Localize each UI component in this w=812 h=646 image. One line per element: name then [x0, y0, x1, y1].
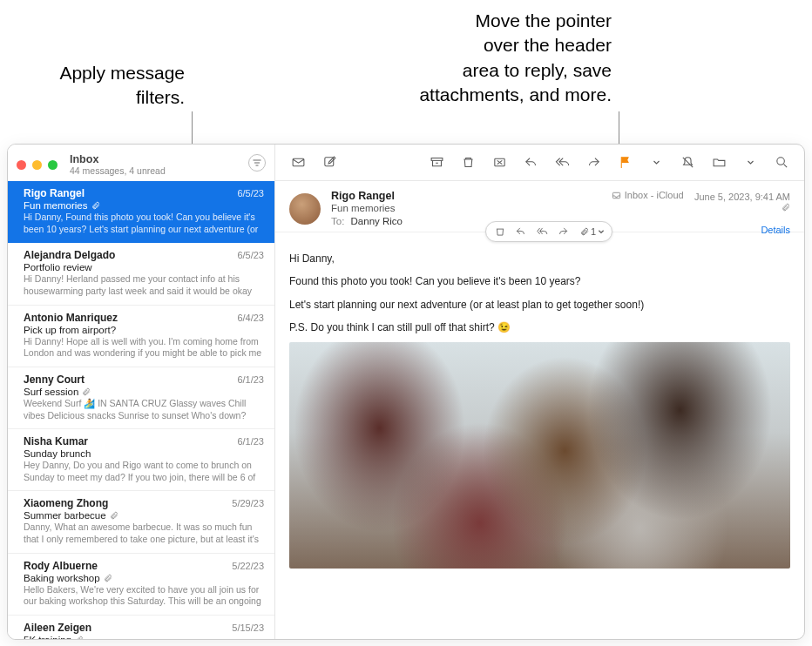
header-hover-actions: 1: [485, 221, 612, 242]
message-date: 5/29/23: [232, 498, 264, 508]
compose-button[interactable]: [315, 151, 343, 174]
message-preview: Danny, What an awesome barbecue. It was …: [24, 522, 264, 545]
message-list-item[interactable]: Xiaomeng Zhong5/29/23Summer barbecueDann…: [8, 491, 274, 553]
message-sender: Xiaomeng Zhong: [24, 497, 108, 509]
body-line: Found this photo you took! Can you belie…: [289, 273, 790, 290]
hover-attachments[interactable]: 1: [577, 226, 605, 237]
reader-pane: Rigo Rangel Fun memories To: Danny Rico …: [275, 145, 804, 639]
svg-rect-5: [431, 158, 443, 161]
reply-all-button[interactable]: [548, 151, 576, 174]
folder-icon: [712, 155, 727, 170]
message-subject: 5K training: [24, 635, 264, 639]
message-sender: Antonio Manriquez: [24, 312, 118, 324]
message-list-item[interactable]: Jenny Court6/1/23Surf sessionWeekend Sur…: [8, 367, 274, 429]
flag-button[interactable]: [611, 151, 639, 174]
attached-photo[interactable]: [289, 342, 790, 569]
search-icon: [775, 155, 789, 170]
inbox-icon: [612, 191, 621, 200]
message-date: 5/22/23: [232, 561, 264, 571]
message-date: 6/5/23: [237, 250, 264, 260]
message-list-item[interactable]: Rigo Rangel6/5/23Fun memoriesHi Danny, F…: [8, 181, 274, 243]
junk-button[interactable]: [485, 151, 513, 174]
get-mail-button[interactable]: [284, 151, 312, 174]
close-window-button[interactable]: [17, 160, 26, 170]
message-sender: Rody Albuerne: [24, 560, 98, 572]
message-list[interactable]: Rigo Rangel6/5/23Fun memoriesHi Danny, F…: [8, 181, 274, 639]
svg-rect-3: [293, 158, 304, 166]
search-button[interactable]: [768, 151, 795, 174]
paperclip-icon: [82, 387, 91, 396]
message-date: 5/15/23: [232, 622, 264, 633]
message-preview: Hi Danny! Hope all is well with you. I'm…: [24, 336, 264, 360]
hover-forward[interactable]: [556, 225, 570, 239]
body-line: Let's start planning our next adventure …: [289, 296, 790, 313]
hover-delete[interactable]: [493, 225, 507, 239]
hover-reply[interactable]: [514, 225, 528, 239]
junk-icon: [492, 155, 507, 170]
header-right: Inbox - iCloud June 5, 2023, 9:41 AM Det…: [612, 190, 790, 235]
reply-icon: [515, 225, 527, 238]
message-list-item[interactable]: Aileen Zeigen5/15/235K trainingHey Danny…: [8, 616, 274, 639]
sidebar-header: Inbox 44 messages, 4 unread: [8, 145, 274, 181]
hover-reply-all[interactable]: [535, 225, 549, 239]
message-sender: Nisha Kumar: [24, 435, 88, 447]
move-button[interactable]: [705, 151, 733, 174]
envelope-icon: [291, 155, 306, 170]
mailbox-title: Inbox: [70, 153, 166, 165]
paperclip-icon: [782, 203, 790, 212]
message-list-item[interactable]: Rody Albuerne5/22/23Baking workshopHello…: [8, 554, 274, 616]
mute-button[interactable]: [673, 151, 701, 174]
message-sender: Rigo Rangel: [24, 187, 85, 199]
reply-button[interactable]: [517, 151, 545, 174]
message-sender: Alejandra Delgado: [24, 249, 115, 261]
message-preview: Hi Danny, Found this photo you took! Can…: [24, 212, 264, 235]
archive-button[interactable]: [423, 151, 450, 174]
message-date: 6/5/23: [237, 188, 264, 199]
message-body: Hi Danny, Found this photo you took! Can…: [275, 232, 804, 577]
message-subject: Pick up from airport?: [24, 325, 264, 335]
forward-icon: [586, 155, 601, 170]
message-preview: Hello Bakers, We're very excited to have…: [24, 584, 264, 608]
annotation-filters: Apply message filters.: [28, 61, 185, 111]
message-header: Rigo Rangel Fun memories To: Danny Rico …: [275, 181, 804, 232]
compose-icon: [322, 155, 337, 170]
message-list-item[interactable]: Antonio Manriquez6/4/23Pick up from airp…: [8, 306, 274, 367]
message-sender: Jenny Court: [24, 373, 85, 386]
chevron-down-icon: [747, 158, 754, 166]
message-list-item[interactable]: Alejandra Delgado6/5/23Portfolio reviewH…: [8, 243, 274, 305]
move-dropdown[interactable]: [736, 151, 764, 174]
paperclip-icon: [75, 636, 84, 639]
forward-icon: [557, 225, 569, 238]
sender-avatar[interactable]: [289, 193, 321, 225]
body-line: P.S. Do you think I can still pull off t…: [289, 319, 790, 336]
message-subject: Sunday brunch: [24, 448, 264, 459]
message-preview: Weekend Surf 🏄 IN SANTA CRUZ Glassy wave…: [24, 398, 264, 421]
header-location: Inbox - iCloud: [625, 190, 684, 200]
message-date: 6/4/23: [237, 313, 264, 323]
paperclip-icon: [91, 201, 100, 210]
paperclip-icon: [104, 574, 112, 582]
paperclip-icon: [580, 227, 589, 236]
archive-icon: [430, 155, 444, 170]
chevron-down-icon: [598, 228, 605, 235]
reply-icon: [524, 155, 538, 170]
zoom-window-button[interactable]: [48, 160, 58, 170]
chevron-down-icon: [653, 158, 660, 166]
minimize-window-button[interactable]: [32, 160, 42, 170]
message-preview: Hey Danny, Do you and Rigo want to come …: [24, 460, 264, 483]
window-controls: [17, 160, 58, 170]
message-list-pane: Inbox 44 messages, 4 unread Rigo Rangel6…: [8, 145, 275, 639]
message-filter-button[interactable]: [248, 154, 266, 172]
flag-dropdown[interactable]: [642, 151, 670, 174]
delete-button[interactable]: [454, 151, 482, 174]
annotation-header-hover: Move the pointer over the header area to…: [333, 9, 612, 107]
message-subject: Summer barbecue: [24, 510, 264, 521]
message-list-item[interactable]: Nisha Kumar6/1/23Sunday brunchHey Danny,…: [8, 429, 274, 491]
reply-all-icon: [536, 225, 548, 238]
message-date: 6/1/23: [237, 436, 264, 447]
message-subject: Portfolio review: [24, 262, 264, 273]
details-link[interactable]: Details: [612, 225, 790, 235]
message-subject: Baking workshop: [24, 573, 264, 583]
bell-off-icon: [680, 155, 695, 170]
forward-button[interactable]: [579, 151, 607, 174]
